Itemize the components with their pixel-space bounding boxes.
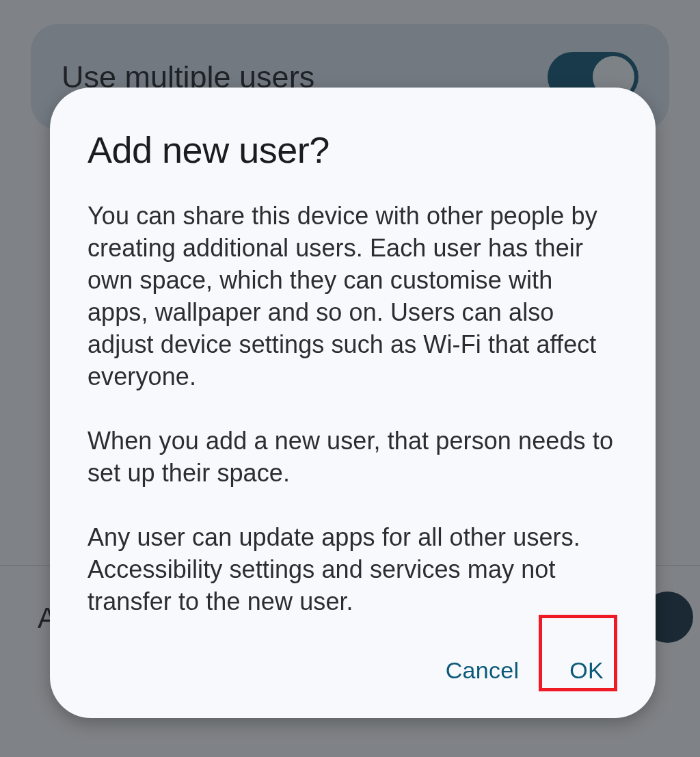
dialog-actions: Cancel OK	[88, 652, 618, 689]
dialog-paragraph-1: You can share this device with other peo…	[88, 200, 618, 393]
cancel-button[interactable]: Cancel	[442, 652, 524, 689]
dialog-title: Add new user?	[88, 129, 618, 171]
add-new-user-dialog: Add new user? You can share this device …	[50, 88, 656, 718]
dialog-body: You can share this device with other peo…	[88, 200, 618, 617]
dialog-paragraph-2: When you add a new user, that person nee…	[88, 425, 618, 489]
ok-button[interactable]: OK	[565, 652, 608, 689]
dialog-paragraph-3: Any user can update apps for all other u…	[88, 521, 618, 617]
